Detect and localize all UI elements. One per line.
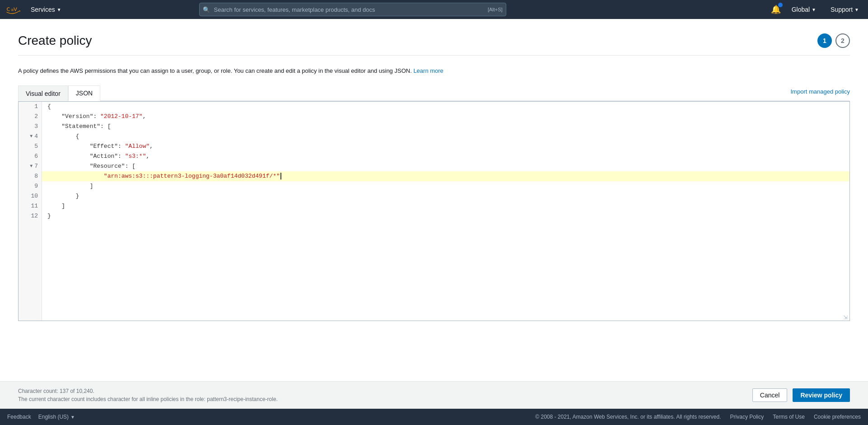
line-number-8: 8 [19, 171, 42, 181]
step-2-indicator: 2 [835, 33, 850, 48]
feedback-button[interactable]: Feedback [7, 414, 31, 420]
editor-tabs: Visual editor JSON [18, 85, 100, 100]
language-chevron-icon: ▼ [70, 415, 75, 420]
line-number-5: 5 [19, 142, 42, 151]
notification-badge [778, 3, 783, 7]
code-line-10: } [42, 191, 849, 201]
char-count-note: The current character count includes cha… [18, 395, 278, 403]
import-managed-policy-link[interactable]: Import managed policy [790, 88, 850, 95]
line-number-3: 3 [19, 122, 42, 132]
code-line-2: "Version": "2012-10-17", [42, 112, 849, 122]
services-label: Services [31, 6, 55, 13]
line-numbers-column: 1 2 3 ▼4 5 6 ▼7 8 9 10 11 12 [19, 102, 42, 321]
services-chevron-icon: ▼ [57, 7, 61, 12]
privacy-policy-link[interactable]: Privacy Policy [730, 414, 764, 420]
search-icon: 🔍 [203, 6, 210, 13]
code-line-9: ] [42, 181, 849, 191]
review-policy-button[interactable]: Review policy [793, 388, 850, 402]
global-region-button[interactable]: Global ▼ [788, 4, 820, 15]
line-number-9: 9 [19, 181, 42, 191]
line-number-12: 12 [19, 211, 42, 221]
step-1-label: 1 [823, 37, 826, 44]
code-content-area[interactable]: { "Version": "2012-10-17", "Statement": … [42, 102, 849, 321]
tab-visual-editor[interactable]: Visual editor [18, 85, 68, 101]
code-line-12: } [42, 211, 849, 221]
services-menu-button[interactable]: Services ▼ [27, 4, 65, 15]
code-line-5: "Effect": "Allow", [42, 142, 849, 151]
code-line-1: { [42, 102, 849, 112]
page-title: Create policy [18, 33, 92, 48]
code-line-11: ] [42, 201, 849, 211]
char-count-info: Character count: 137 of 10,240. The curr… [18, 387, 278, 403]
step-2-label: 2 [841, 37, 845, 44]
line-number-1: 1 [19, 102, 42, 112]
top-navigation: Services ▼ 🔍 [Alt+S] 🔔 Global ▼ Support … [0, 0, 868, 19]
code-line-4: { [42, 132, 849, 142]
global-search-bar: 🔍 [Alt+S] [199, 3, 506, 16]
line-number-11: 11 [19, 201, 42, 211]
step-indicators: 1 2 [817, 33, 850, 48]
notifications-bell-icon[interactable]: 🔔 [771, 5, 781, 14]
policy-description: A policy defines the AWS permissions tha… [18, 66, 850, 76]
search-shortcut-hint: [Alt+S] [488, 7, 503, 12]
terms-of-use-link[interactable]: Terms of Use [773, 414, 805, 420]
support-label: Support [831, 6, 853, 13]
nav-right-controls: 🔔 Global ▼ Support ▼ [771, 4, 863, 15]
line-number-4: ▼4 [19, 132, 42, 142]
search-input[interactable] [199, 3, 506, 16]
global-chevron-icon: ▼ [812, 7, 816, 12]
page-header: Create policy 1 2 [18, 33, 850, 56]
line-number-10: 10 [19, 191, 42, 201]
copyright-text: © 2008 - 2021, Amazon Web Services, Inc.… [535, 414, 721, 420]
learn-more-link[interactable]: Learn more [413, 67, 443, 74]
char-count-text: Character count: 137 of 10,240. [18, 387, 278, 395]
editor-resize-handle[interactable]: ⇲ [843, 314, 849, 321]
footer-actions: Cancel Review policy [752, 388, 850, 402]
bottom-bar-right: © 2008 - 2021, Amazon Web Services, Inc.… [535, 414, 861, 420]
cookie-preferences-link[interactable]: Cookie preferences [814, 414, 861, 420]
support-menu-button[interactable]: Support ▼ [827, 4, 863, 15]
code-line-3: "Statement": [ [42, 122, 849, 132]
line-number-6: 6 [19, 151, 42, 161]
global-region-label: Global [792, 6, 810, 13]
language-selector-button[interactable]: English (US) ▼ [38, 414, 75, 420]
line-number-2: 2 [19, 112, 42, 122]
line-number-7: ▼7 [19, 161, 42, 171]
editor-empty-space [42, 221, 849, 321]
code-line-6: "Action": "s3:*", [42, 151, 849, 161]
bottom-bar: Feedback English (US) ▼ © 2008 - 2021, A… [0, 409, 868, 425]
aws-logo [5, 4, 22, 15]
code-line-8: "arn:aws:s3:::pattern3-logging-3a0af14d0… [42, 171, 849, 181]
step-1-indicator: 1 [817, 33, 832, 48]
tab-json[interactable]: JSON [68, 85, 100, 101]
cancel-button[interactable]: Cancel [752, 388, 788, 402]
editor-tabs-row: Visual editor JSON Import managed policy [18, 85, 850, 101]
code-line-7: "Resource": [ [42, 161, 849, 171]
support-chevron-icon: ▼ [854, 7, 859, 12]
json-editor[interactable]: 1 2 3 ▼4 5 6 ▼7 8 9 10 11 12 { "Version"… [19, 102, 849, 321]
footer-bar: Character count: 137 of 10,240. The curr… [0, 381, 868, 409]
json-editor-wrapper: 1 2 3 ▼4 5 6 ▼7 8 9 10 11 12 { "Version"… [18, 101, 850, 321]
main-content: Create policy 1 2 A policy defines the A… [0, 19, 868, 381]
